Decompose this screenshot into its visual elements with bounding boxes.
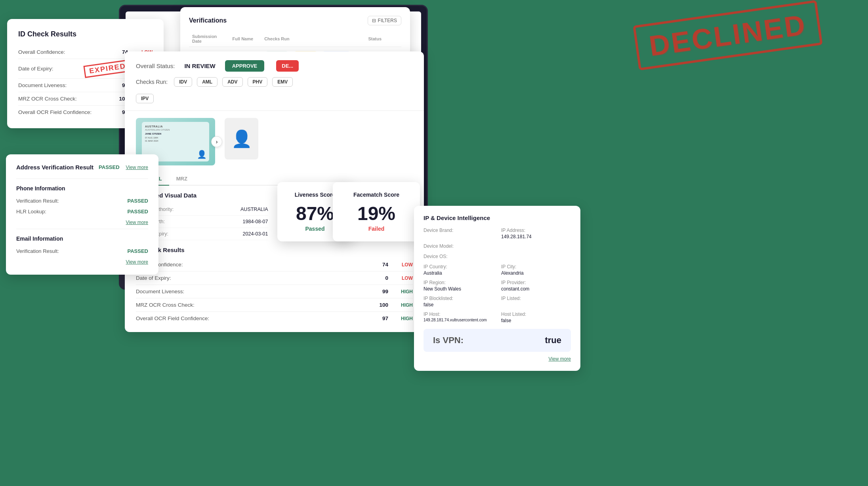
ip-field-os: Device OS: bbox=[424, 254, 493, 260]
phone-section-label: Phone Information bbox=[16, 185, 148, 192]
face-photo: 👤 bbox=[225, 118, 258, 159]
col-header-checks: Checks Run bbox=[261, 32, 365, 47]
extracted-value-dob: 1984-08-07 bbox=[243, 219, 268, 224]
ip-key-city: IP City: bbox=[501, 264, 571, 270]
overall-status-row: Overall Status: IN REVIEW APPROVE DE... bbox=[136, 60, 413, 72]
ip-key-host: IP Host: bbox=[424, 311, 493, 317]
ip-key-blocklisted: IP Blocklisted: bbox=[424, 296, 493, 301]
ip-val-address: 149.28.181.74 bbox=[501, 234, 571, 239]
ip-view-more[interactable]: View more bbox=[549, 356, 571, 362]
ip-field-model: Device Model: bbox=[424, 243, 493, 250]
vpn-banner: Is VPN: true bbox=[424, 329, 571, 352]
email-view-more[interactable]: View more bbox=[126, 259, 148, 265]
verifications-title: Verifications bbox=[189, 17, 227, 24]
result-label-ocr: Overall OCR Field Confidence: bbox=[18, 109, 108, 115]
id-check-card-title: ID Check Results bbox=[18, 30, 153, 38]
extracted-value-authority: AUSTRALIA bbox=[240, 207, 268, 212]
main-result-row-2: Date of Expiry: 0 LOW bbox=[136, 271, 413, 285]
approve-button[interactable]: APPROVE bbox=[225, 60, 265, 72]
ip-val-provider: constant.com bbox=[501, 286, 571, 292]
ip-field-provider: IP Provider: constant.com bbox=[501, 280, 571, 292]
next-image-button[interactable]: › bbox=[211, 136, 222, 147]
main-id-check-title: ID Check Results bbox=[136, 247, 413, 253]
extracted-value-expiry: 2024-03-01 bbox=[243, 231, 268, 237]
passport-name: JANE CITIZEN bbox=[145, 133, 161, 135]
vpn-label: Is VPN: bbox=[433, 335, 464, 346]
checks-run-row: Checks Run: IDV AML ADV PHV EMV IPV bbox=[136, 77, 413, 103]
main-result-row-5: Overall OCR Field Confidence: 97 HIGH bbox=[136, 312, 413, 325]
email-verification-label: Verification Result: bbox=[16, 248, 59, 254]
hlr-label: HLR Lookup: bbox=[16, 209, 46, 215]
ip-val-country: Australia bbox=[424, 270, 493, 276]
facematch-status: Failed bbox=[340, 226, 413, 232]
ip-key-os: Device OS: bbox=[424, 254, 493, 259]
run-badge-emv: EMV bbox=[272, 77, 293, 87]
ip-key-country: IP Country: bbox=[424, 264, 493, 270]
col-header-status: Status bbox=[365, 32, 401, 47]
overall-status-value: IN REVIEW bbox=[184, 63, 215, 69]
phone-view-more[interactable]: View more bbox=[126, 220, 148, 225]
email-section-label: Email Information bbox=[16, 235, 148, 242]
filter-icon: ⊟ bbox=[372, 18, 376, 23]
hlr-value: PASSED bbox=[128, 209, 149, 215]
email-verification-row: Verification Result: PASSED bbox=[16, 246, 148, 256]
checks-run-label: Checks Run: bbox=[136, 79, 168, 85]
passport-type: AUSTRALIAN CITIZEN bbox=[145, 129, 170, 131]
result-label-liveness: Document Liveness: bbox=[18, 82, 108, 88]
ip-field-address: IP Address: 149.28.181.74 bbox=[501, 228, 571, 239]
separator-1 bbox=[16, 178, 148, 179]
ip-field-brand: Device Brand: bbox=[424, 228, 493, 239]
ip-key-model: Device Model: bbox=[424, 243, 493, 249]
ip-field-country: IP Country: Australia bbox=[424, 264, 493, 276]
passport-country: AUSTRALIA bbox=[145, 125, 163, 128]
ip-field-host: IP Host: 149.28.181.74.vultrusercontent.… bbox=[424, 311, 493, 323]
ip-val-host: 149.28.181.74.vultrusercontent.com bbox=[424, 318, 493, 322]
address-header: Address Verification Result PASSED View … bbox=[16, 164, 148, 171]
passport-expiry: 01 MAR 2024 bbox=[145, 140, 158, 142]
vpn-value: true bbox=[545, 335, 561, 346]
separator-2 bbox=[16, 229, 148, 229]
hlr-row: HLR Lookup: PASSED bbox=[16, 206, 148, 217]
address-view-more[interactable]: View more bbox=[126, 165, 148, 170]
ip-fields-grid: Device Brand: IP Address: 149.28.181.74 … bbox=[424, 228, 571, 323]
phone-verification-label: Verification Result: bbox=[16, 198, 59, 204]
col-header-name: Full Name bbox=[229, 32, 261, 47]
passport-dob: 07 AUG 1984 bbox=[145, 137, 158, 139]
overall-status-label: Overall Status: bbox=[136, 63, 175, 69]
filters-button[interactable]: ⊟ FILTERS bbox=[368, 16, 401, 25]
facematch-score: 19% bbox=[340, 204, 413, 223]
ip-key-region: IP Region: bbox=[424, 280, 493, 285]
tab-mrz[interactable]: MRZ bbox=[169, 173, 195, 185]
run-badge-ipv: IPV bbox=[136, 94, 154, 103]
declined-stamp: DECLINED bbox=[633, 0, 822, 70]
result-label-confidence: Overall Confidence: bbox=[18, 49, 108, 55]
ip-val-blocklisted: false bbox=[424, 302, 493, 308]
ip-device-card: IP & Device Intelligence Device Brand: I… bbox=[414, 206, 580, 371]
main-result-row-4: MRZ OCR Cross Check: 100 HIGH bbox=[136, 298, 413, 312]
ip-field-listed: IP Listed: bbox=[501, 296, 571, 308]
ip-field-spacer2 bbox=[501, 254, 571, 260]
address-title: Address Verification Result bbox=[16, 164, 93, 171]
run-badge-phv: PHV bbox=[248, 77, 268, 87]
main-result-row-1: Overall Confidence: 74 LOW bbox=[136, 258, 413, 271]
address-passed-badge: PASSED bbox=[99, 164, 120, 170]
facematch-title: Facematch Score bbox=[340, 192, 413, 198]
col-header-date: Submission Date bbox=[189, 32, 229, 47]
ip-key-address: IP Address: bbox=[501, 228, 571, 233]
result-label-expiry: Date of Expiry: bbox=[18, 66, 80, 72]
ip-key-hostlisted: Host Listed: bbox=[501, 311, 571, 317]
run-badge-aml: AML bbox=[197, 77, 217, 87]
facematch-score-card: Facematch Score 19% Failed bbox=[333, 182, 420, 241]
main-result-row-3: Document Liveness: 99 HIGH bbox=[136, 285, 413, 298]
ip-title: IP & Device Intelligence bbox=[424, 215, 571, 221]
main-detail-top: Overall Status: IN REVIEW APPROVE DE... … bbox=[125, 51, 424, 111]
ip-val-hostlisted: false bbox=[501, 318, 571, 323]
ip-field-blocklisted: IP Blocklisted: false bbox=[424, 296, 493, 308]
passport-face-icon: 👤 bbox=[197, 150, 207, 159]
verifications-header: Verifications ⊟ FILTERS bbox=[189, 16, 401, 25]
ip-key-provider: IP Provider: bbox=[501, 280, 571, 285]
run-badge-idv: IDV bbox=[174, 77, 192, 87]
main-id-check-section: ID Check Results Overall Confidence: 74 … bbox=[136, 247, 413, 325]
decline-button[interactable]: DE... bbox=[276, 60, 299, 72]
ip-val-city: Alexandria bbox=[501, 270, 571, 276]
